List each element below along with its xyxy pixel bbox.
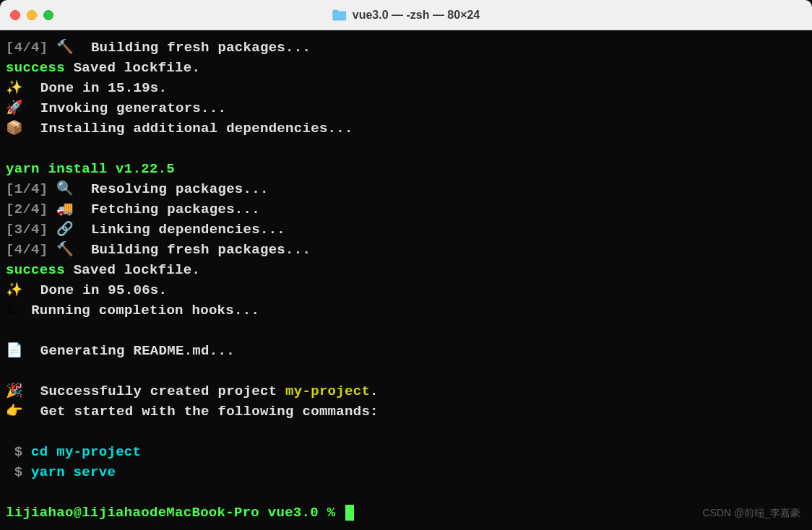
minimize-button[interactable] xyxy=(27,10,37,20)
output-line: ✨ Done in 95.06s. xyxy=(6,280,806,300)
output-line: 🎉 Successfully created project my-projec… xyxy=(6,381,806,401)
output-line: yarn install v1.22.5 xyxy=(6,159,806,179)
output-line: success Saved lockfile. xyxy=(6,58,806,78)
maximize-button[interactable] xyxy=(43,10,53,20)
cursor xyxy=(345,505,354,521)
titlebar[interactable]: vue3.0 — -zsh — 80×24 xyxy=(0,0,812,30)
output-line: 👉 Get started with the following command… xyxy=(6,401,806,422)
output-line: [1/4] 🔍 Resolving packages... xyxy=(6,179,806,199)
output-line: ⚓ Running completion hooks... xyxy=(6,300,806,321)
output-line xyxy=(6,361,806,381)
traffic-lights xyxy=(10,10,53,20)
output-line: [3/4] 🔗 Linking dependencies... xyxy=(6,220,806,240)
output-line xyxy=(6,321,806,341)
output-line xyxy=(6,482,806,503)
output-line: [2/4] 🚚 Fetching packages... xyxy=(6,199,806,220)
terminal-window: vue3.0 — -zsh — 80×24 [4/4] 🔨 Building f… xyxy=(0,0,812,530)
output-line xyxy=(6,139,806,159)
close-button[interactable] xyxy=(10,10,20,20)
output-line: 📄 Generating README.md... xyxy=(6,341,806,361)
prompt-line: lijiahao@lijiahaodeMacBook-Pro vue3.0 % xyxy=(6,503,806,523)
output-line: [4/4] 🔨 Building fresh packages... xyxy=(6,240,806,260)
output-line: ✨ Done in 15.19s. xyxy=(6,78,806,98)
output-line: [4/4] 🔨 Building fresh packages... xyxy=(6,38,806,58)
output-line: $ cd my-project xyxy=(6,442,806,462)
watermark: CSDN @前端_李嘉豪 xyxy=(702,507,800,520)
output-line xyxy=(6,422,806,442)
terminal-body[interactable]: [4/4] 🔨 Building fresh packages... succe… xyxy=(0,30,812,530)
window-title: vue3.0 — -zsh — 80×24 xyxy=(332,9,480,22)
output-line: 📦 Installing additional dependencies... xyxy=(6,118,806,139)
output-line: $ yarn serve xyxy=(6,462,806,482)
title-text: vue3.0 — -zsh — 80×24 xyxy=(353,9,480,22)
output-line: 🚀 Invoking generators... xyxy=(6,98,806,118)
folder-icon xyxy=(332,9,347,21)
output-line: success Saved lockfile. xyxy=(6,260,806,280)
